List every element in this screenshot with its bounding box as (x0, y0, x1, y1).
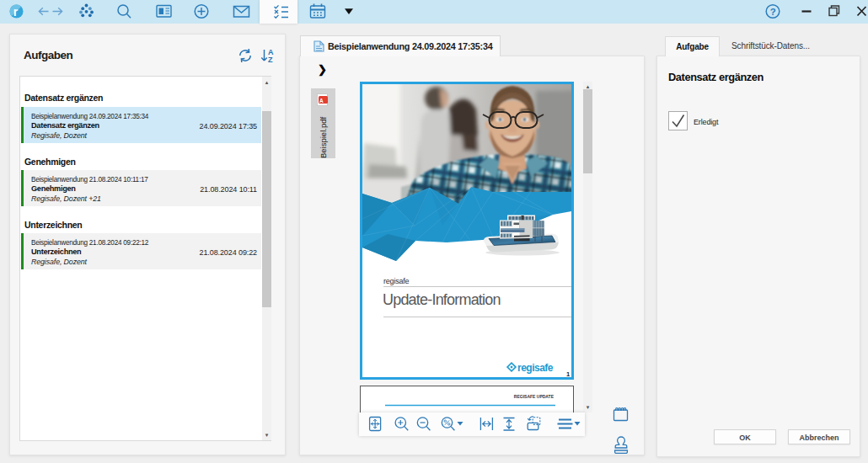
svg-text:regisafe: regisafe (383, 277, 410, 285)
svg-text:1: 1 (566, 370, 570, 377)
svg-text:Update-Information: Update-Information (383, 291, 501, 308)
svg-text:r: r (13, 5, 19, 19)
svg-text:regisafe: regisafe (517, 362, 554, 374)
svg-text:?: ? (770, 7, 776, 17)
svg-text:Z: Z (268, 56, 273, 64)
svg-text:REGISAFE UPDATE: REGISAFE UPDATE (514, 394, 555, 399)
svg-text:A: A (319, 98, 324, 104)
